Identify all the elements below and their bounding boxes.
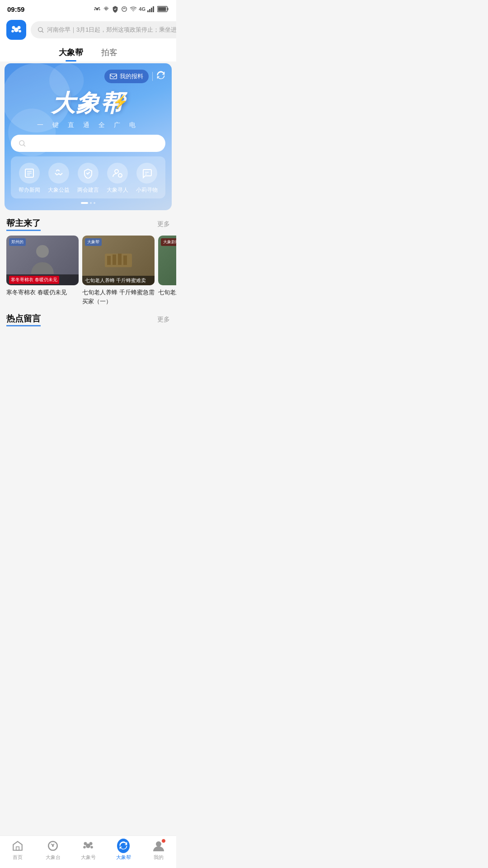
svg-rect-35 — [107, 256, 111, 265]
chat-icon — [141, 168, 152, 179]
pagination-dots — [11, 202, 165, 204]
check-shield-icon — [83, 168, 94, 179]
my-report-button[interactable]: 我的报料 — [104, 70, 149, 83]
bees-silhouette — [103, 249, 134, 272]
news-card-1[interactable]: 郑州的 寒冬寄棉衣 春暖仍未见 寒冬寄棉衣 春暖仍未见 — [6, 236, 79, 306]
icon-grid: 帮办新闻 大象公益 两会建言 大象寻人 — [11, 156, 165, 198]
xunwu-icon — [136, 163, 157, 184]
battery-icon — [157, 6, 169, 12]
news-title-3: 七旬老急需买 — [158, 288, 176, 297]
svg-point-16 — [18, 26, 21, 29]
svg-point-1 — [95, 7, 96, 9]
card-list: 郑州的 寒冬寄棉衣 春暖仍未见 寒冬寄棉衣 春暖仍未见 — [0, 236, 176, 306]
divider — [152, 72, 153, 81]
bangban-icon — [19, 163, 40, 184]
icon-item-gonyi[interactable]: 大象公益 — [48, 163, 70, 194]
svg-rect-38 — [123, 255, 127, 265]
svg-rect-9 — [151, 8, 152, 12]
lianghui-label: 两会建言 — [77, 186, 99, 194]
help-section-header: 帮主来了 更多 — [0, 210, 176, 236]
svg-point-18 — [19, 30, 21, 33]
svg-point-33 — [36, 245, 49, 258]
paw-status-icon — [94, 5, 101, 13]
channel-tag-3: 大象剧场 — [161, 238, 176, 246]
xunren-label: 大象寻人 — [107, 186, 128, 194]
banner-title-area: 大象帮 ⚡ 一 键 直 通 全 广 电 — [11, 88, 165, 129]
refresh-icon — [156, 71, 165, 80]
banner-search-bar[interactable] — [11, 135, 165, 152]
tab-daxiangbang[interactable]: 大象帮 — [59, 47, 83, 61]
svg-point-4 — [99, 9, 100, 10]
svg-point-29 — [115, 170, 118, 173]
tab-paike[interactable]: 拍客 — [101, 47, 117, 61]
fingerprint-icon — [103, 5, 110, 13]
svg-point-5 — [105, 8, 107, 10]
wifi-icon — [130, 5, 137, 13]
xunwu-label: 小莉寻物 — [136, 186, 158, 194]
signal-icon — [121, 5, 128, 13]
channel-tag-2: 大象帮 — [85, 238, 102, 246]
label-bar-2: 七旬老人养蜂 千斤蜂蜜难卖 — [82, 276, 155, 285]
refresh-button[interactable] — [156, 71, 165, 82]
shield-icon — [112, 5, 119, 13]
bangban-label: 帮办新闻 — [19, 186, 40, 194]
news-card-2[interactable]: 大象帮 七旬老人养蜂 千斤蜂蜜难卖 七旬老人养蜂 千斤蜂蜜急需买家（一） — [82, 236, 155, 306]
svg-rect-8 — [149, 9, 150, 12]
search-bar-text: 河南你早｜3月1日起，郑州这项政策停止；乘坐进... — [47, 26, 176, 34]
app-logo-icon — [10, 24, 23, 36]
dot-2 — [90, 202, 92, 204]
help-more-button[interactable]: 更多 — [157, 220, 170, 228]
news-thumb-2: 大象帮 七旬老人养蜂 千斤蜂蜜难卖 — [82, 236, 155, 285]
icon-item-lianghui[interactable]: 两会建言 — [77, 163, 99, 194]
comment-section-title: 热点留言 — [6, 313, 41, 326]
comment-section-header: 热点留言 更多 — [0, 306, 176, 331]
svg-point-3 — [94, 9, 96, 10]
news-card-3[interactable]: 大象剧场 七旬老急需买 — [158, 236, 176, 306]
svg-rect-7 — [147, 10, 149, 12]
svg-point-15 — [12, 26, 15, 29]
tabs: 大象帮 拍客 — [0, 43, 176, 61]
svg-rect-10 — [153, 6, 154, 12]
help-section-title: 帮主来了 — [6, 217, 41, 231]
banner-top-bar: 我的报料 — [11, 70, 165, 83]
person-search-icon — [112, 168, 123, 179]
xunren-icon — [107, 163, 128, 184]
app-logo[interactable] — [6, 20, 26, 40]
newspaper-icon — [24, 168, 35, 179]
news-thumb-1: 郑州的 寒冬寄棉衣 春暖仍未见 — [6, 236, 79, 285]
svg-point-2 — [99, 7, 100, 9]
status-time: 09:59 — [7, 5, 24, 13]
lianghui-icon — [78, 163, 99, 184]
svg-point-17 — [11, 30, 14, 33]
svg-point-6 — [133, 11, 134, 12]
signal-bars-icon — [147, 6, 155, 12]
mail-icon — [110, 74, 117, 79]
svg-point-0 — [96, 8, 99, 10]
svg-rect-37 — [118, 254, 122, 265]
icon-item-bangban[interactable]: 帮办新闻 — [19, 163, 40, 194]
status-bar: 09:59 4G — [0, 0, 176, 16]
handshake-icon — [53, 168, 64, 179]
network-type: 4G — [139, 6, 145, 12]
news-thumb-3: 大象剧场 — [158, 236, 176, 285]
banner-main-title: 大象帮 ⚡ — [52, 88, 125, 119]
label-bar-1: 寒冬寄棉衣 春暖仍未见 — [6, 274, 79, 285]
svg-rect-23 — [110, 74, 117, 79]
channel-tag-1: 郑州的 — [9, 238, 26, 246]
search-bar[interactable]: 河南你早｜3月1日起，郑州这项政策停止；乘坐进... — [31, 21, 176, 38]
svg-rect-12 — [168, 8, 169, 10]
icon-item-xunwu[interactable]: 小莉寻物 — [136, 163, 158, 194]
comment-more-button[interactable]: 更多 — [157, 316, 170, 324]
label-text-2: 七旬老人养蜂 千斤蜂蜜难卖 — [85, 277, 146, 284]
svg-rect-13 — [158, 7, 166, 11]
dot-1 — [81, 202, 88, 204]
gongyi-icon — [48, 163, 69, 184]
icon-item-xunren[interactable]: 大象寻人 — [107, 163, 128, 194]
person-silhouette — [29, 242, 56, 278]
red-bar-1: 寒冬寄棉衣 春暖仍未见 — [9, 276, 59, 284]
status-icons: 4G — [94, 5, 169, 13]
header: 河南你早｜3月1日起，郑州这项政策停止；乘坐进... — [0, 16, 176, 43]
lightning-icon: ⚡ — [113, 94, 129, 109]
news-title-2: 七旬老人养蜂 千斤蜂蜜急需买家（一） — [82, 288, 155, 306]
main-content: 我的报料 大象帮 ⚡ 一 键 直 通 全 广 电 — [0, 63, 176, 367]
